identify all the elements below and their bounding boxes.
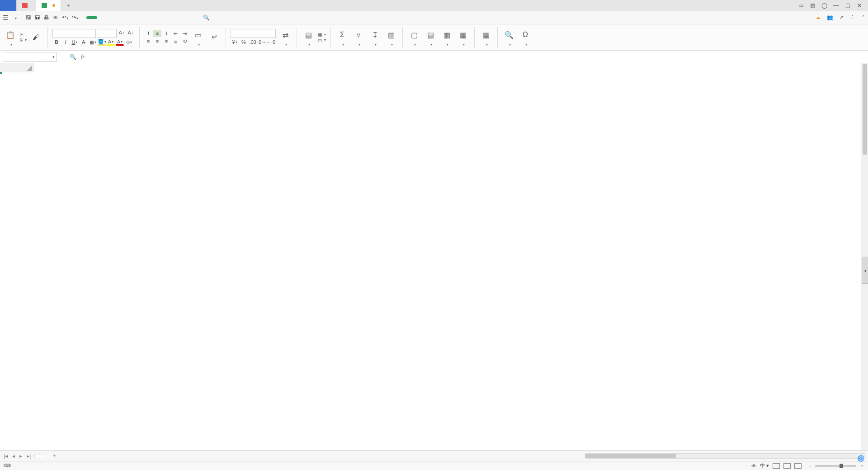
copy-button[interactable]: ⎘ ▾ xyxy=(20,38,27,42)
tab-review[interactable] xyxy=(148,16,151,19)
merge-button[interactable]: ▾ xyxy=(197,42,200,47)
table-style-button[interactable]: ▦ ▾ xyxy=(318,32,326,37)
freeze-icon[interactable]: ▦ xyxy=(456,28,470,42)
underline-icon[interactable]: U▾ xyxy=(71,38,79,46)
user-avatar-icon[interactable]: ◯ xyxy=(820,2,828,9)
align-left-icon[interactable]: ≡ xyxy=(144,38,152,45)
paste-icon[interactable]: 📋 xyxy=(4,28,17,42)
currency-icon[interactable]: ¥▾ xyxy=(231,38,239,46)
tab-dev[interactable] xyxy=(170,16,173,19)
cloud-changes[interactable]: ☁ xyxy=(816,14,821,20)
align-center-icon[interactable]: ≡ xyxy=(153,38,161,45)
layout-icon[interactable]: ▭ xyxy=(797,2,805,9)
increase-font-icon[interactable]: A↑ xyxy=(118,29,126,36)
cell-button[interactable]: ▾ xyxy=(413,42,416,47)
tab-formula[interactable] xyxy=(126,16,130,19)
view-normal-icon[interactable] xyxy=(773,463,780,469)
paste-button[interactable]: ▾ xyxy=(9,42,12,47)
rowcol-icon[interactable]: ▤ xyxy=(424,28,437,42)
comma-icon[interactable]: ,00 xyxy=(249,38,257,46)
formula-input[interactable] xyxy=(89,52,868,62)
tab-member[interactable] xyxy=(180,16,184,19)
tab-efficiency[interactable] xyxy=(191,16,195,19)
find-button[interactable]: ▾ xyxy=(508,42,511,47)
font-size-select[interactable] xyxy=(97,29,117,38)
print-icon[interactable]: 🖶 xyxy=(44,14,49,21)
strikethrough-icon[interactable]: A̶ xyxy=(80,38,88,46)
name-box[interactable]: ▾ xyxy=(3,52,57,62)
sort-button[interactable]: ▾ xyxy=(373,42,377,47)
command-search[interactable]: 🔍 xyxy=(203,14,266,21)
cond-format-icon[interactable]: ▤ xyxy=(302,28,315,42)
decrease-decimal-icon[interactable]: ←.0 xyxy=(267,38,275,46)
templates-tab[interactable] xyxy=(17,0,36,11)
number-format-select[interactable] xyxy=(231,29,276,38)
status-mode-icon[interactable]: ⌨ xyxy=(4,463,11,469)
increase-decimal-icon[interactable]: .0→ xyxy=(258,38,266,46)
tab-view[interactable] xyxy=(159,16,162,19)
select-all-corner[interactable] xyxy=(0,63,33,72)
maximize-button[interactable]: ▢ xyxy=(844,2,852,9)
undo-icon[interactable]: ↶▾ xyxy=(62,14,68,21)
document-tab[interactable] xyxy=(36,0,61,11)
horizontal-scrollbar[interactable] xyxy=(585,453,865,459)
font-color-icon[interactable]: A▾ xyxy=(116,38,124,46)
table-tools-button[interactable]: ▾ xyxy=(485,42,488,47)
orientation-icon[interactable]: ⟲ xyxy=(180,38,189,45)
view-break-icon[interactable] xyxy=(794,463,802,469)
type-convert-button[interactable]: ▾ xyxy=(284,42,287,47)
view-page-icon[interactable] xyxy=(783,463,791,469)
sheet-last-icon[interactable]: ▸| xyxy=(26,453,32,459)
sum-button[interactable]: ▾ xyxy=(341,42,344,47)
align-middle-icon[interactable]: ≡ xyxy=(153,30,161,37)
table-tools-icon[interactable]: ▦ xyxy=(479,28,493,42)
type-convert-icon[interactable]: ⇄ xyxy=(278,28,292,42)
merge-icon[interactable]: ▭ xyxy=(191,28,205,42)
filter-icon[interactable]: ▿ xyxy=(352,28,365,42)
rowcol-button[interactable]: ▾ xyxy=(429,42,432,47)
sheet-tab[interactable] xyxy=(34,455,46,457)
cond-format-button[interactable]: ▾ xyxy=(307,42,310,47)
sort-icon[interactable]: ↧ xyxy=(368,28,382,42)
symbol-button[interactable]: ▾ xyxy=(524,42,527,47)
align-justify-icon[interactable]: ≣ xyxy=(171,38,179,45)
close-button[interactable]: ✕ xyxy=(855,2,863,9)
sheet-next-icon[interactable]: ▸ xyxy=(19,453,23,459)
collab-button[interactable]: 👥 xyxy=(827,14,833,20)
font-name-select[interactable] xyxy=(52,29,96,38)
align-top-icon[interactable]: ⤒ xyxy=(144,30,152,37)
fx-icon[interactable]: fx xyxy=(81,53,85,60)
new-tab-button[interactable]: ＋ xyxy=(61,0,75,11)
tab-insert[interactable] xyxy=(104,16,108,19)
cell-style-button[interactable]: ▭ ▾ xyxy=(318,38,326,42)
highlight-icon[interactable]: A▾ xyxy=(107,38,115,46)
fill-button[interactable]: ▾ xyxy=(390,42,393,47)
grid-apps-icon[interactable]: ▦ xyxy=(808,2,816,9)
fx-search-icon[interactable]: 🔍 xyxy=(70,54,76,60)
percent-icon[interactable]: % xyxy=(240,38,248,46)
clear-format-icon[interactable]: ◇▾ xyxy=(125,38,133,46)
home-tab[interactable] xyxy=(0,0,17,11)
worksheet-button[interactable]: ▾ xyxy=(445,42,448,47)
save-as-icon[interactable]: 🖬 xyxy=(35,14,40,21)
search-input[interactable] xyxy=(212,15,266,20)
share-button[interactable]: ↗ xyxy=(840,14,844,20)
sheet-prev-icon[interactable]: ◂ xyxy=(11,453,16,459)
minimize-button[interactable]: — xyxy=(832,2,840,9)
add-sheet-button[interactable]: ＋ xyxy=(49,452,60,460)
tab-start[interactable] xyxy=(86,16,97,19)
tab-data[interactable] xyxy=(137,16,141,19)
more-icon[interactable]: ⋮ xyxy=(850,14,855,20)
border-icon[interactable]: ▦▾ xyxy=(89,38,97,46)
side-panel-toggle[interactable]: ◂ xyxy=(862,257,868,284)
italic-icon[interactable]: I xyxy=(61,38,70,46)
cell-icon[interactable]: ▢ xyxy=(407,28,421,42)
spreadsheet-grid[interactable]: ◂ xyxy=(0,63,868,450)
menu-icon[interactable]: ☰ xyxy=(3,14,9,21)
decrease-font-icon[interactable]: A↓ xyxy=(127,29,135,36)
redo-icon[interactable]: ↷▾ xyxy=(72,14,78,21)
reading-mode-icon[interactable]: 中 ▾ xyxy=(760,462,769,469)
worksheet-icon[interactable]: ▥ xyxy=(440,28,453,42)
sum-icon[interactable]: Σ xyxy=(335,28,349,42)
eye-mode-icon[interactable]: 👁 xyxy=(751,463,756,469)
